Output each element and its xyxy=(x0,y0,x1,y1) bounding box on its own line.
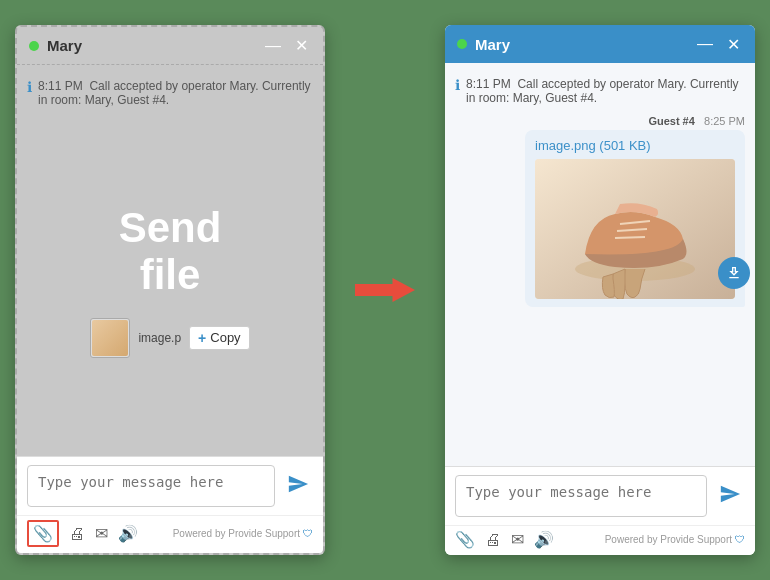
left-header: Mary — ✕ xyxy=(17,27,323,65)
scene: Mary — ✕ ℹ 8:11 PM Call accepted by oper… xyxy=(15,25,755,555)
right-minimize-button[interactable]: — xyxy=(694,35,716,53)
status-dot xyxy=(29,41,39,51)
attachment-icon[interactable]: 📎 xyxy=(27,520,59,547)
image-preview xyxy=(535,159,735,299)
message-time: 8:25 PM xyxy=(704,115,745,127)
left-chat-body: ℹ 8:11 PM Call accepted by operator Mary… xyxy=(17,65,323,456)
info-icon: ℹ xyxy=(27,79,32,95)
right-send-button[interactable] xyxy=(715,483,745,510)
left-send-button[interactable] xyxy=(283,473,313,500)
right-attachment-icon[interactable]: 📎 xyxy=(455,530,475,549)
left-toolbar: 📎 🖨 ✉ 🔊 Powered by Provide Support 🛡 xyxy=(17,515,323,553)
arrow-container xyxy=(355,275,415,305)
right-chat-body: ℹ 8:11 PM Call accepted by operator Mary… xyxy=(445,63,755,466)
image-preview-container xyxy=(535,159,735,299)
download-button[interactable] xyxy=(718,257,750,289)
right-chat-window: Mary — ✕ ℹ 8:11 PM Call accepted by oper… xyxy=(445,25,755,555)
copy-label: Copy xyxy=(210,330,240,345)
right-email-icon[interactable]: ✉ xyxy=(511,530,524,549)
left-window-title: Mary xyxy=(47,37,254,54)
print-icon[interactable]: 🖨 xyxy=(69,525,85,543)
minimize-button[interactable]: — xyxy=(262,37,284,55)
right-close-button[interactable]: ✕ xyxy=(724,35,743,54)
svg-marker-0 xyxy=(355,278,415,302)
bubble-content: image.png (501 KB) xyxy=(525,130,745,307)
system-message-text: 8:11 PM Call accepted by operator Mary. … xyxy=(38,79,313,107)
thumb-shoe-image xyxy=(92,320,128,356)
right-print-icon[interactable]: 🖨 xyxy=(485,531,501,549)
image-message-bubble: Guest #4 8:25 PM image.png (501 KB) xyxy=(525,115,745,307)
file-thumbnail xyxy=(90,318,130,358)
send-file-area: Sendfile image.p + Copy xyxy=(27,117,313,446)
system-message: ℹ 8:11 PM Call accepted by operator Mary… xyxy=(27,75,313,111)
file-preview-row: image.p + Copy xyxy=(90,318,249,358)
sound-icon[interactable]: 🔊 xyxy=(118,524,138,543)
right-shield-icon: 🛡 xyxy=(735,534,745,545)
right-powered-by: Powered by Provide Support 🛡 xyxy=(605,534,745,545)
right-status-dot xyxy=(457,39,467,49)
right-arrow xyxy=(355,275,415,305)
image-filename-link[interactable]: image.png (501 KB) xyxy=(535,138,735,153)
right-toolbar: 📎 🖨 ✉ 🔊 Powered by Provide Support 🛡 xyxy=(445,525,755,555)
right-system-message: ℹ 8:11 PM Call accepted by operator Mary… xyxy=(455,73,745,109)
file-name-label: image.p xyxy=(138,331,181,345)
shoe-image-svg xyxy=(535,159,735,299)
send-file-label: Sendfile xyxy=(119,205,222,297)
right-message-input-row xyxy=(445,467,755,525)
bubble-meta: Guest #4 8:25 PM xyxy=(525,115,745,127)
plus-icon: + xyxy=(198,330,206,346)
svg-line-5 xyxy=(615,237,645,238)
right-system-message-text: 8:11 PM Call accepted by operator Mary. … xyxy=(466,77,745,105)
right-sound-icon[interactable]: 🔊 xyxy=(534,530,554,549)
copy-button[interactable]: + Copy xyxy=(189,326,250,350)
email-icon[interactable]: ✉ xyxy=(95,524,108,543)
right-message-input[interactable] xyxy=(455,475,707,517)
left-message-input-row xyxy=(17,457,323,515)
right-chat-footer: 📎 🖨 ✉ 🔊 Powered by Provide Support 🛡 xyxy=(445,466,755,555)
close-button[interactable]: ✕ xyxy=(292,36,311,55)
shield-icon: 🛡 xyxy=(303,528,313,539)
left-chat-window: Mary — ✕ ℹ 8:11 PM Call accepted by oper… xyxy=(15,25,325,555)
right-window-title: Mary xyxy=(475,36,686,53)
right-header: Mary — ✕ xyxy=(445,25,755,63)
sender-label: Guest #4 xyxy=(648,115,694,127)
powered-by: Powered by Provide Support 🛡 xyxy=(173,528,313,539)
left-message-input[interactable] xyxy=(27,465,275,507)
left-chat-footer: 📎 🖨 ✉ 🔊 Powered by Provide Support 🛡 xyxy=(17,456,323,553)
right-info-icon: ℹ xyxy=(455,77,460,93)
